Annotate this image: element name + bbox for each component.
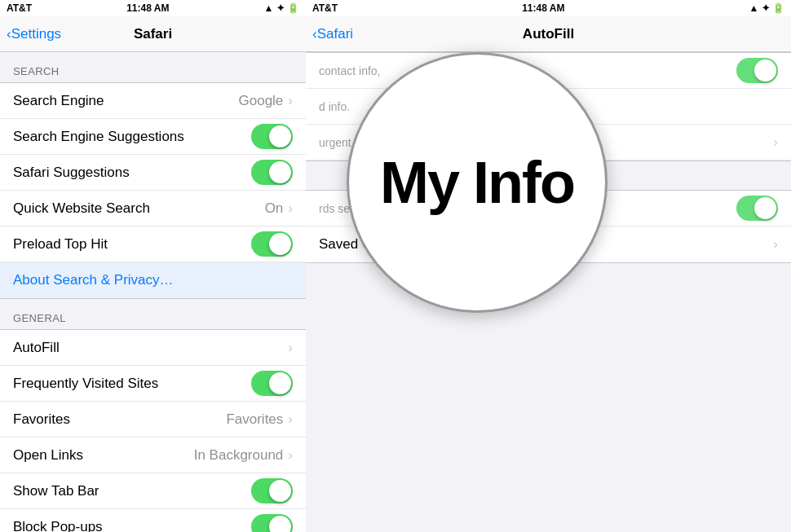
- search-suggestions-toggle[interactable]: [251, 124, 293, 149]
- block-popups-toggle[interactable]: [251, 514, 293, 532]
- icons-right: ▲ ✦ 🔋: [749, 2, 784, 14]
- partial-toggle-1[interactable]: [736, 58, 778, 83]
- open-links-label: Open Links: [13, 447, 194, 464]
- preload-label: Preload Top Hit: [13, 236, 251, 253]
- magnifier-text: My Info: [380, 149, 574, 216]
- carrier-right: AT&T: [312, 2, 338, 14]
- time-left: 11:48 AM: [126, 2, 169, 14]
- quick-website-value: On: [265, 200, 284, 217]
- status-bar-left: AT&T 11:48 AM ▲ ✦ 🔋: [0, 0, 306, 16]
- settings-item-favorites[interactable]: Favorites Favorites ›: [0, 402, 306, 437]
- back-button-left[interactable]: ‹ Settings: [7, 26, 61, 42]
- autofill-label: AutoFill: [13, 340, 288, 356]
- settings-item-about-search[interactable]: About Search & Privacy…: [0, 262, 306, 298]
- magnifier-overlay: My Info: [347, 52, 608, 313]
- frequently-visited-label: Frequently Visited Sites: [13, 376, 251, 392]
- settings-item-frequently-visited[interactable]: Frequently Visited Sites: [0, 366, 306, 402]
- back-label-left[interactable]: Settings: [11, 26, 61, 42]
- search-engine-chevron: ›: [288, 93, 293, 109]
- settings-list: SEARCH Search Engine Google › Search Eng…: [0, 52, 306, 532]
- preload-toggle[interactable]: [251, 231, 293, 257]
- frequently-visited-toggle[interactable]: [251, 371, 293, 396]
- settings-item-safari-suggestions[interactable]: Safari Suggestions: [0, 155, 306, 191]
- section-header-general: GENERAL: [0, 299, 306, 329]
- settings-item-open-links[interactable]: Open Links In Background ›: [0, 437, 306, 473]
- saved-cards-chevron: ›: [773, 236, 778, 253]
- favorites-label: Favorites: [13, 411, 226, 428]
- search-engine-value: Google: [239, 93, 284, 109]
- carrier-left: AT&T: [7, 2, 32, 14]
- settings-item-block-popups[interactable]: Block Pop-ups: [0, 509, 306, 532]
- quick-website-chevron: ›: [288, 200, 293, 217]
- settings-item-quick-website[interactable]: Quick Website Search On ›: [0, 191, 306, 226]
- back-button-right[interactable]: ‹ Safari: [312, 26, 353, 42]
- settings-item-show-tab-bar[interactable]: Show Tab Bar: [0, 473, 306, 509]
- safari-suggestions-toggle[interactable]: [251, 160, 293, 185]
- icons-left: ▲ ✦ 🔋: [263, 2, 299, 14]
- show-tab-bar-toggle[interactable]: [251, 478, 293, 503]
- back-label-right[interactable]: Safari: [317, 26, 353, 42]
- settings-item-preload[interactable]: Preload Top Hit: [0, 226, 306, 262]
- section-header-search: SEARCH: [0, 52, 306, 82]
- search-suggestions-label: Search Engine Suggestions: [13, 129, 251, 145]
- nav-bar-left: ‹ Settings Safari: [0, 16, 306, 52]
- autofill-chevron: ›: [288, 340, 293, 356]
- quick-website-label: Quick Website Search: [13, 200, 265, 217]
- left-panel: AT&T 11:48 AM ▲ ✦ 🔋 ‹ Settings Safari SE…: [0, 0, 306, 532]
- partial-urgency-chevron: ›: [773, 134, 778, 151]
- safari-suggestions-label: Safari Suggestions: [13, 165, 251, 181]
- settings-item-search-engine[interactable]: Search Engine Google ›: [0, 83, 306, 119]
- open-links-value: In Background: [194, 447, 284, 464]
- general-group: AutoFill › Frequently Visited Sites Favo…: [0, 329, 306, 532]
- settings-item-search-suggestions[interactable]: Search Engine Suggestions: [0, 119, 306, 155]
- favorites-value: Favorites: [226, 411, 283, 428]
- status-bar-right: AT&T 11:48 AM ▲ ✦ 🔋: [306, 0, 791, 16]
- nav-title-left: Safari: [134, 26, 172, 42]
- about-search-label: About Search & Privacy…: [13, 272, 293, 288]
- right-panel: AT&T 11:48 AM ▲ ✦ 🔋 ‹ Safari AutoFill co…: [306, 0, 791, 532]
- show-tab-bar-label: Show Tab Bar: [13, 483, 251, 499]
- credit-toggle[interactable]: [736, 196, 778, 221]
- favorites-chevron: ›: [288, 411, 293, 428]
- block-popups-label: Block Pop-ups: [13, 519, 251, 533]
- nav-bar-right: ‹ Safari AutoFill: [306, 16, 791, 52]
- nav-title-right: AutoFill: [523, 26, 574, 42]
- search-engine-label: Search Engine: [13, 93, 239, 109]
- time-right: 11:48 AM: [522, 2, 564, 14]
- open-links-chevron: ›: [288, 447, 293, 464]
- settings-item-autofill[interactable]: AutoFill ›: [0, 330, 306, 366]
- search-group: Search Engine Google › Search Engine Sug…: [0, 82, 306, 299]
